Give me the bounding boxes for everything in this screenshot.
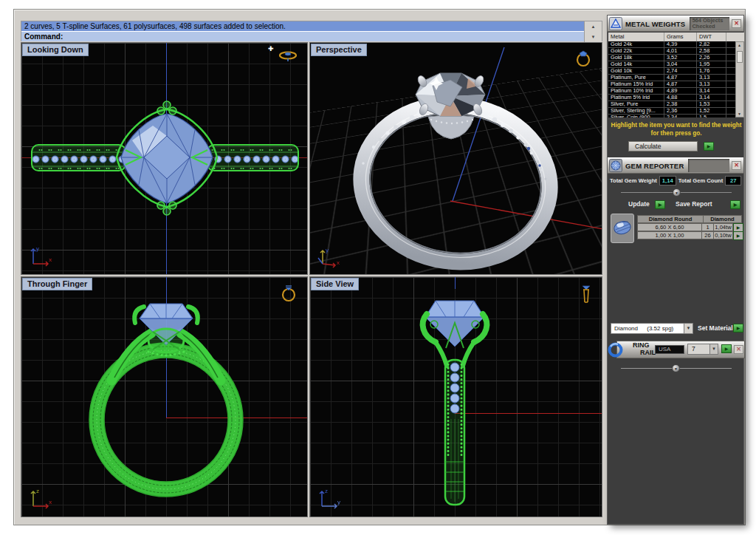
viewport-side-view[interactable]: Side View z y <box>309 276 602 517</box>
metal-weights-icon <box>609 17 622 30</box>
gem-thumbnail <box>611 214 634 243</box>
scroll-up-icon[interactable]: ▲ <box>738 43 741 47</box>
gem-table-header: Diamond Round Diamond <box>637 215 742 223</box>
svg-text:x: x <box>49 256 52 263</box>
table-row[interactable]: Gold 18k3,522,26 <box>608 55 735 61</box>
ring-rail-close-icon[interactable]: ✕ <box>734 345 743 354</box>
gem-row[interactable]: 1,00 X 1,00 26 0,10tw ▶ <box>637 231 743 239</box>
app-screen: 2 curves, 5 T-spline Surfaces, 61 polysu… <box>0 0 756 535</box>
svg-text:z: z <box>325 488 328 494</box>
metal-table: Gold 24k4,392,82 Gold 22k4,012,58 Gold 1… <box>608 41 735 117</box>
table-row[interactable]: Gold 24k4,392,82 <box>608 41 735 48</box>
calculate-button[interactable]: Calculate <box>628 141 698 151</box>
gem-reporter-inset <box>688 159 729 172</box>
svg-text:x: x <box>337 259 340 266</box>
col-dwt[interactable]: DWT <box>697 33 726 41</box>
svg-text:x: x <box>49 499 52 505</box>
metal-weights-close-icon[interactable]: ✕ <box>732 19 741 28</box>
axis-indicator: z y <box>316 485 344 511</box>
table-row[interactable]: Platinum 15% Irid4,873,13 <box>608 81 735 88</box>
chevron-down-icon[interactable]: ▼ <box>709 344 718 354</box>
viewport-looking-down[interactable]: Looking Down y x ✚ <box>21 42 308 275</box>
command-bar-scrollbar[interactable]: ▲ ▼ <box>584 21 602 42</box>
table-row[interactable]: Silver, Sterling [9...2,361,52 <box>608 108 735 115</box>
viewport-tab-looking-down[interactable]: Looking Down <box>22 44 89 56</box>
ring-rail-slider-knob[interactable]: ▼ <box>672 364 680 372</box>
ring-side-icon <box>580 283 593 305</box>
gem-reporter-close-icon[interactable]: ✕ <box>732 161 741 170</box>
ring-render <box>310 43 602 275</box>
svg-text:y: y <box>326 247 329 253</box>
ring-front-wireframe <box>21 277 308 517</box>
chevron-down-icon[interactable]: ▼ <box>684 324 693 333</box>
update-go-button[interactable]: ▶ <box>655 200 665 209</box>
ring-top-view-wireframe <box>21 43 308 275</box>
col-grams[interactable]: Grams <box>664 33 697 41</box>
table-row[interactable]: Silver, Pure2,381,53 <box>608 101 735 108</box>
gem-size-header: Diamond Round <box>637 215 704 223</box>
ring-rail-title-2: RAIL <box>640 349 656 356</box>
save-report-go-button[interactable]: ▶ <box>730 200 740 209</box>
table-row[interactable]: Gold 22k4,012,58 <box>608 48 735 55</box>
gem-reporter-title: GEM REPORTER <box>625 162 684 170</box>
save-report-button[interactable]: Save Report <box>676 200 712 208</box>
ring-size-value: 7 <box>692 345 695 352</box>
ring-rail-title-1: RING <box>633 341 650 349</box>
center-diamond <box>416 73 485 116</box>
ring-top-icon <box>278 49 298 64</box>
ring-front-icon <box>279 283 298 302</box>
material-select[interactable]: Diamond (3.52 spg) ▼ <box>611 323 693 334</box>
ring-perspective-icon <box>574 49 593 68</box>
ring-size-region-field[interactable]: USA <box>655 345 684 354</box>
objects-checked-status: 564 Objects Checked <box>690 17 729 30</box>
scrollbar-thumb[interactable] <box>737 51 743 63</box>
viewport-tab-perspective[interactable]: Perspective <box>311 44 367 56</box>
set-material-go-button[interactable]: ▶ <box>733 324 743 333</box>
axis-indicator: z x <box>27 485 55 511</box>
total-gem-count-value: 27 <box>725 176 741 185</box>
svg-text:y: y <box>36 245 39 252</box>
axis-indicator: y x <box>27 243 55 268</box>
metal-weights-header: METAL WEIGHTS 564 Objects Checked ✕ <box>608 16 743 32</box>
mouse-cursor: ✚ <box>268 45 274 52</box>
viewport-perspective[interactable]: Perspective y x <box>309 42 602 275</box>
viewport-tab-side-view[interactable]: Side View <box>311 278 359 290</box>
viewport-tab-through-finger[interactable]: Through Finger <box>22 278 92 290</box>
axis-indicator: y x <box>316 243 344 268</box>
table-row[interactable]: Silver, Coin (900...2,341,5 <box>608 115 735 117</box>
tools-panel: METAL WEIGHTS 564 Objects Checked ✕ Meta… <box>607 15 744 525</box>
scroll-up-icon[interactable]: ▲ <box>591 24 596 29</box>
table-row[interactable]: Gold 10k2,741,76 <box>608 68 735 75</box>
viewport-through-finger[interactable]: Through Finger z x <box>21 276 308 517</box>
ring-rail-go-button[interactable]: ▶ <box>721 344 732 353</box>
gem-type-header: Diamond <box>704 215 742 223</box>
table-row[interactable]: Platinum, Pure4,873,13 <box>608 75 735 81</box>
collapse-knob[interactable]: ▼ <box>673 188 681 197</box>
total-gem-weight-label: Total Gem Weight <box>610 177 657 184</box>
scroll-down-icon[interactable]: ▼ <box>591 35 596 39</box>
metal-table-scrollbar[interactable]: ▲ ▼ <box>735 41 744 117</box>
update-button[interactable]: Update <box>628 200 650 208</box>
ring-size-select[interactable]: 7 ▼ <box>687 344 718 355</box>
total-gem-weight-value: 1,14 <box>659 176 676 185</box>
calculate-go-button[interactable]: ▶ <box>704 142 714 151</box>
ring-side-wireframe <box>310 277 602 517</box>
gem-row[interactable]: 6,60 X 6,60 1 1,04tw ▶ <box>637 223 743 231</box>
material-name: Diamond <box>614 325 638 332</box>
col-metal[interactable]: Metal <box>608 33 664 41</box>
col-blank <box>726 33 744 41</box>
table-row[interactable]: Platinum 5% Irid4,883,14 <box>608 95 735 101</box>
table-row[interactable]: Platinum 10% Irid4,893,14 <box>608 88 735 95</box>
command-input[interactable]: Command: <box>21 32 584 41</box>
metal-weights-instruction: Highlight the item you want to find the … <box>611 121 742 137</box>
gem-reporter-icon <box>609 159 622 172</box>
table-row[interactable]: Gold 14k3,041,95 <box>608 61 735 68</box>
svg-text:y: y <box>337 499 340 505</box>
gem-totals-row: Total Gem Weight 1,14 Total Gem Count 27 <box>608 175 745 185</box>
metal-table-column-headers[interactable]: Metal Grams DWT <box>608 33 744 41</box>
scroll-down-icon[interactable]: ▼ <box>738 112 741 116</box>
metal-weights-title: METAL WEIGHTS <box>625 20 685 28</box>
command-history-line: 2 curves, 5 T-spline Surfaces, 61 polysu… <box>21 21 584 31</box>
gem-row-go-button[interactable]: ▶ <box>733 231 743 240</box>
material-sg: (3.52 spg) <box>647 325 673 332</box>
